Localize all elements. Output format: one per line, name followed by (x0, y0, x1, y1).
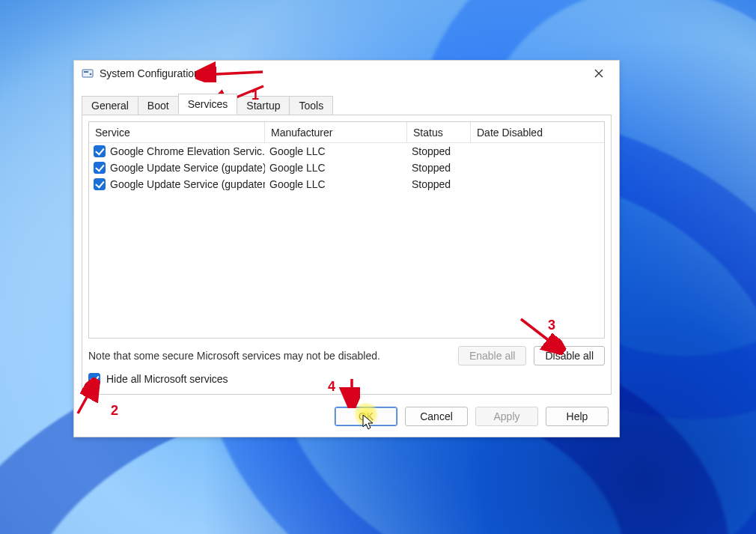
service-manufacturer: Google LLC (265, 145, 407, 157)
col-service[interactable]: Service (89, 122, 265, 142)
listview-header[interactable]: Service Manufacturer Status Date Disable… (89, 122, 604, 143)
service-status: Stopped (407, 145, 471, 157)
table-row[interactable]: Google Update Service (gupdatem)Google L… (89, 176, 604, 192)
service-manufacturer: Google LLC (265, 178, 407, 190)
svg-rect-1 (84, 71, 88, 73)
msconfig-icon (82, 67, 94, 79)
tab-general[interactable]: General (82, 96, 138, 115)
svg-rect-0 (82, 70, 93, 77)
dialog-title: System Configuration (100, 67, 580, 79)
hide-microsoft-label[interactable]: Hide all Microsoft services (106, 373, 228, 385)
col-status[interactable]: Status (407, 122, 471, 142)
tab-body: Service Manufacturer Status Date Disable… (82, 115, 612, 395)
tab-startup[interactable]: Startup (237, 96, 290, 115)
service-name: Google Update Service (gupdate) (110, 162, 265, 174)
table-row[interactable]: Google Update Service (gupdate)Google LL… (89, 160, 604, 176)
service-name: Google Chrome Elevation Servic... (110, 145, 265, 157)
ok-button[interactable]: OK (335, 407, 397, 426)
apply-button[interactable]: Apply (475, 407, 538, 426)
dialog-button-row: OK Cancel Apply Help (74, 402, 619, 437)
cancel-button[interactable]: Cancel (405, 407, 468, 426)
col-date-disabled[interactable]: Date Disabled (471, 122, 604, 142)
svg-point-2 (90, 73, 92, 76)
service-checkbox[interactable] (94, 162, 106, 174)
secure-services-note: Note that some secure Microsoft services… (88, 350, 451, 362)
service-checkbox[interactable] (94, 145, 106, 157)
enable-all-button[interactable]: Enable all (458, 346, 527, 365)
help-button[interactable]: Help (546, 407, 609, 426)
tabstrip: General Boot Services Startup Tools (74, 86, 619, 115)
hide-microsoft-checkbox[interactable] (88, 373, 100, 385)
service-manufacturer: Google LLC (265, 162, 407, 174)
system-configuration-dialog: System Configuration General Boot Servic… (73, 60, 620, 437)
tab-services[interactable]: Services (178, 94, 238, 115)
col-manufacturer[interactable]: Manufacturer (265, 122, 407, 142)
service-status: Stopped (407, 162, 471, 174)
close-button[interactable] (586, 62, 612, 85)
tab-tools[interactable]: Tools (289, 96, 333, 115)
dialog-titlebar[interactable]: System Configuration (74, 61, 619, 86)
service-name: Google Update Service (gupdatem) (110, 178, 265, 190)
service-checkbox[interactable] (94, 178, 106, 190)
table-row[interactable]: Google Chrome Elevation Servic...Google … (89, 143, 604, 160)
tab-boot[interactable]: Boot (138, 96, 179, 115)
service-status: Stopped (407, 178, 471, 190)
disable-all-button[interactable]: Disable all (534, 346, 605, 365)
services-listview[interactable]: Service Manufacturer Status Date Disable… (88, 121, 605, 339)
